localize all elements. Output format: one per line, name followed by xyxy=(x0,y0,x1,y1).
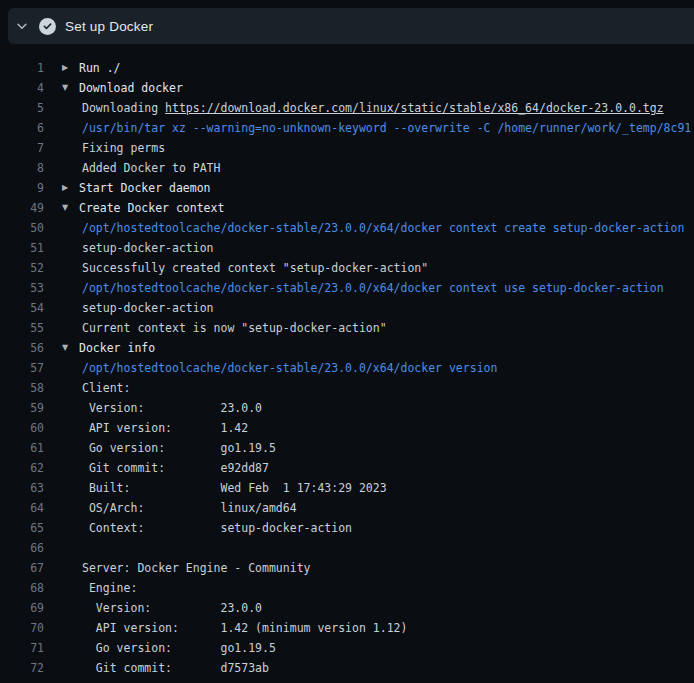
log-text: Git commit: e92dd87 xyxy=(82,458,269,478)
line-number[interactable]: 8 xyxy=(0,158,44,178)
step-success-check-circle-icon xyxy=(39,18,56,35)
log-line: 57/opt/hostedtoolcache/docker-stable/23.… xyxy=(0,358,694,378)
line-number[interactable]: 61 xyxy=(0,438,44,458)
line-number[interactable]: 54 xyxy=(0,298,44,318)
group-title[interactable]: Download docker xyxy=(79,78,183,98)
line-number[interactable]: 70 xyxy=(0,618,44,638)
log-line: 64 OS/Arch: linux/amd64 xyxy=(0,498,694,518)
log-text: Client: xyxy=(82,378,130,398)
log-command-text: /opt/hostedtoolcache/docker-stable/23.0.… xyxy=(82,278,664,298)
log-line: 52Successfully created context "setup-do… xyxy=(0,258,694,278)
expand-group-icon[interactable]: ▶ xyxy=(62,58,74,78)
line-number[interactable]: 53 xyxy=(0,278,44,298)
log-lines: 1▶Run ./4▼Download docker5Downloading ht… xyxy=(0,58,694,678)
line-number[interactable]: 64 xyxy=(0,498,44,518)
line-number[interactable]: 68 xyxy=(0,578,44,598)
log-command-text: /opt/hostedtoolcache/docker-stable/23.0.… xyxy=(82,218,684,238)
line-number[interactable]: 6 xyxy=(0,118,44,138)
line-number[interactable]: 59 xyxy=(0,398,44,418)
log-line: 67Server: Docker Engine - Community xyxy=(0,558,694,578)
log-line: 69 Version: 23.0.0 xyxy=(0,598,694,618)
group-title[interactable]: Run ./ xyxy=(79,58,121,78)
step-title: Set up Docker xyxy=(65,19,153,34)
log-line: 71 Go version: go1.19.5 xyxy=(0,638,694,658)
log-line: 58Client: xyxy=(0,378,694,398)
line-number[interactable]: 7 xyxy=(0,138,44,158)
line-number[interactable]: 63 xyxy=(0,478,44,498)
group-title[interactable]: Create Docker context xyxy=(79,198,224,218)
log-text: Fixing perms xyxy=(82,138,165,158)
log-line: 50/opt/hostedtoolcache/docker-stable/23.… xyxy=(0,218,694,238)
group-title[interactable]: Docker info xyxy=(79,338,155,358)
collapse-group-icon[interactable]: ▼ xyxy=(62,78,74,98)
log-text: Go version: go1.19.5 xyxy=(82,638,276,658)
line-number[interactable]: 4 xyxy=(0,78,44,98)
collapse-group-icon[interactable]: ▼ xyxy=(62,198,74,218)
line-number[interactable]: 65 xyxy=(0,518,44,538)
log-text: Context: setup-docker-action xyxy=(82,518,352,538)
log-text: OS/Arch: linux/amd64 xyxy=(82,498,297,518)
line-number[interactable]: 55 xyxy=(0,318,44,338)
log-text: API version: 1.42 xyxy=(82,418,248,438)
log-line: 60 API version: 1.42 xyxy=(0,418,694,438)
log-line: 54setup-docker-action xyxy=(0,298,694,318)
log-line: 70 API version: 1.42 (minimum version 1.… xyxy=(0,618,694,638)
group-title[interactable]: Start Docker daemon xyxy=(79,178,211,198)
log-group-row[interactable]: 56▼Docker info xyxy=(0,338,694,358)
log-line: 6/usr/bin/tar xz --warning=no-unknown-ke… xyxy=(0,118,694,138)
log-text: API version: 1.42 (minimum version 1.12) xyxy=(82,618,407,638)
line-number[interactable]: 62 xyxy=(0,458,44,478)
log-command-text: /usr/bin/tar xz --warning=no-unknown-key… xyxy=(82,118,691,138)
log-command-text: /opt/hostedtoolcache/docker-stable/23.0.… xyxy=(82,358,497,378)
line-number[interactable]: 72 xyxy=(0,658,44,678)
line-number[interactable]: 67 xyxy=(0,558,44,578)
log-text: Successfully created context "setup-dock… xyxy=(82,258,428,278)
log-line: 61 Go version: go1.19.5 xyxy=(0,438,694,458)
log-group-row[interactable]: 49▼Create Docker context xyxy=(0,198,694,218)
line-number[interactable]: 58 xyxy=(0,378,44,398)
log-text-segment: Downloading xyxy=(82,101,165,115)
log-line: 66 xyxy=(0,538,694,558)
log-line: 62 Git commit: e92dd87 xyxy=(0,458,694,478)
log-text: Added Docker to PATH xyxy=(82,158,220,178)
log-group-row[interactable]: 1▶Run ./ xyxy=(0,58,694,78)
line-number[interactable]: 69 xyxy=(0,598,44,618)
line-number[interactable]: 56 xyxy=(0,338,44,358)
log-line: 8Added Docker to PATH xyxy=(0,158,694,178)
log-text: Server: Docker Engine - Community xyxy=(82,558,310,578)
line-number[interactable]: 51 xyxy=(0,238,44,258)
log-line: 59 Version: 23.0.0 xyxy=(0,398,694,418)
line-number[interactable]: 5 xyxy=(0,98,44,118)
line-number[interactable]: 60 xyxy=(0,418,44,438)
log-line: 68 Engine: xyxy=(0,578,694,598)
log-link[interactable]: https://download.docker.com/linux/static… xyxy=(165,101,664,115)
expand-group-icon[interactable]: ▶ xyxy=(62,178,74,198)
log-text: setup-docker-action xyxy=(82,238,214,258)
step-header[interactable]: Set up Docker xyxy=(8,8,694,44)
log-group-row[interactable]: 4▼Download docker xyxy=(0,78,694,98)
log-text: setup-docker-action xyxy=(82,298,214,318)
log-line: 65 Context: setup-docker-action xyxy=(0,518,694,538)
line-number[interactable]: 49 xyxy=(0,198,44,218)
collapse-group-icon[interactable]: ▼ xyxy=(62,338,74,358)
line-number[interactable]: 66 xyxy=(0,538,44,558)
line-number[interactable]: 1 xyxy=(0,58,44,78)
log-line: 7Fixing perms xyxy=(0,138,694,158)
actions-log-viewer: Set up Docker 1▶Run ./4▼Download docker5… xyxy=(0,0,694,683)
log-text: Engine: xyxy=(82,578,137,598)
log-group-row[interactable]: 9▶Start Docker daemon xyxy=(0,178,694,198)
line-number[interactable]: 9 xyxy=(0,178,44,198)
log-line: 55Current context is now "setup-docker-a… xyxy=(0,318,694,338)
line-number[interactable]: 50 xyxy=(0,218,44,238)
log-line: 72 Git commit: d7573ab xyxy=(0,658,694,678)
log-line: 51setup-docker-action xyxy=(0,238,694,258)
log-text: Version: 23.0.0 xyxy=(82,598,262,618)
line-number[interactable]: 71 xyxy=(0,638,44,658)
log-line: 5Downloading https://download.docker.com… xyxy=(0,98,694,118)
chevron-down-icon[interactable] xyxy=(15,19,29,33)
log-text: Go version: go1.19.5 xyxy=(82,438,276,458)
line-number[interactable]: 57 xyxy=(0,358,44,378)
log-text: Version: 23.0.0 xyxy=(82,398,262,418)
line-number[interactable]: 52 xyxy=(0,258,44,278)
log-text: Built: Wed Feb 1 17:43:29 2023 xyxy=(82,478,387,498)
